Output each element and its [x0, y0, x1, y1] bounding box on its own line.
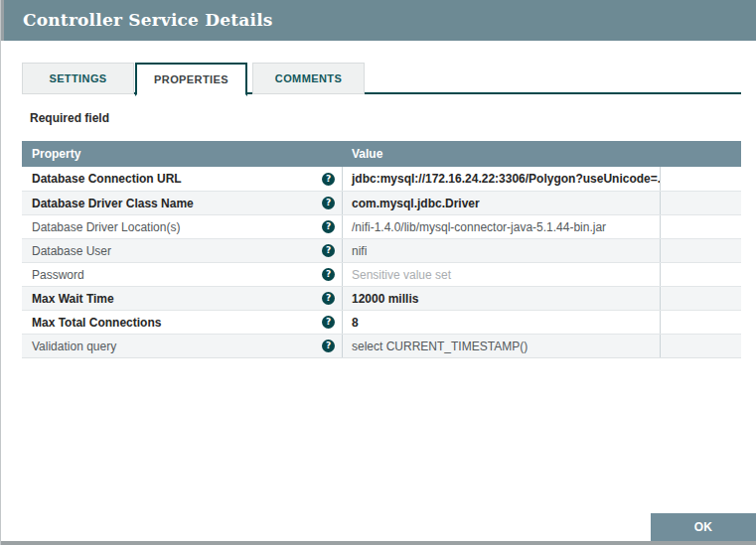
- property-name-cell: Database Connection URL?: [22, 167, 342, 191]
- property-row: Database Connection URL?jdbc:mysql://172…: [22, 167, 741, 191]
- property-name-cell: Max Wait Time?: [22, 287, 342, 310]
- help-icon[interactable]: ?: [322, 268, 335, 281]
- property-value: 12000 millis: [342, 287, 660, 310]
- help-icon[interactable]: ?: [322, 244, 335, 257]
- help-icon[interactable]: ?: [322, 316, 335, 329]
- property-value: Sensitive value set: [342, 263, 660, 286]
- property-name: Password: [32, 268, 84, 282]
- help-icon[interactable]: ?: [322, 173, 335, 186]
- property-value: jdbc:mysql://172.16.24.22:3306/Polygon?u…: [342, 167, 660, 191]
- tab-settings[interactable]: SETTINGS: [22, 63, 134, 94]
- property-row: Database Driver Location(s)?/nifi-1.4.0/…: [22, 214, 741, 238]
- property-name: Validation query: [32, 340, 116, 353]
- property-name-cell: Database User?: [22, 239, 342, 262]
- tab-bar: SETTINGS PROPERTIES COMMENTS: [22, 63, 741, 94]
- empty-cell: [660, 167, 741, 191]
- empty-cell: [660, 192, 741, 214]
- tab-comments[interactable]: COMMENTS: [252, 63, 365, 94]
- property-row: Max Wait Time?12000 millis: [22, 286, 741, 310]
- property-row: Max Total Connections?8: [22, 310, 741, 334]
- help-icon[interactable]: ?: [322, 340, 335, 352]
- column-header-value: Value: [342, 147, 660, 161]
- property-name: Max Total Connections: [32, 316, 161, 330]
- property-value: 8: [342, 311, 660, 334]
- dialog-title: Controller Service Details: [1, 0, 756, 41]
- dialog-title-bar: Controller Service Details: [1, 0, 756, 41]
- property-row: Database Driver Class Name?com.mysql.jdb…: [22, 191, 741, 214]
- dialog-bottom-edge: [1, 541, 756, 545]
- empty-cell: [660, 335, 741, 357]
- properties-table: Property Value Database Connection URL?j…: [22, 141, 741, 358]
- property-name: Database Driver Class Name: [32, 197, 194, 210]
- column-header-property: Property: [22, 147, 342, 161]
- required-field-label: Required field: [30, 111, 109, 125]
- empty-cell: [660, 215, 741, 238]
- ok-button[interactable]: OK: [651, 513, 756, 541]
- empty-cell: [660, 287, 741, 310]
- empty-cell: [660, 311, 741, 334]
- property-name-cell: Password?: [22, 263, 342, 286]
- property-value: nifi: [342, 239, 660, 262]
- help-icon[interactable]: ?: [322, 197, 335, 209]
- property-row: Password?Sensitive value set: [22, 262, 741, 286]
- table-body: Database Connection URL?jdbc:mysql://172…: [22, 167, 741, 357]
- property-name: Max Wait Time: [32, 292, 114, 306]
- property-row: Validation query?select CURRENT_TIMESTAM…: [22, 334, 741, 357]
- empty-cell: [660, 239, 741, 262]
- help-icon[interactable]: ?: [322, 220, 335, 233]
- property-value: select CURRENT_TIMESTAMP(): [342, 335, 660, 357]
- property-name-cell: Validation query?: [22, 335, 342, 357]
- property-value: com.mysql.jdbc.Driver: [342, 192, 660, 214]
- property-name: Database User: [32, 244, 111, 258]
- property-name-cell: Max Total Connections?: [22, 311, 342, 334]
- help-icon[interactable]: ?: [322, 292, 335, 305]
- property-name: Database Connection URL: [32, 172, 182, 186]
- background-edge-strip: [1, 0, 4, 41]
- property-value: /nifi-1.4.0/lib/mysql-connector-java-5.1…: [342, 215, 660, 238]
- property-name-cell: Database Driver Class Name?: [22, 192, 342, 214]
- table-header-row: Property Value: [22, 141, 741, 167]
- property-name-cell: Database Driver Location(s)?: [22, 215, 342, 238]
- property-row: Database User?nifi: [22, 238, 741, 262]
- tab-properties[interactable]: PROPERTIES: [135, 63, 247, 96]
- property-name: Database Driver Location(s): [32, 220, 180, 234]
- empty-cell: [660, 263, 741, 286]
